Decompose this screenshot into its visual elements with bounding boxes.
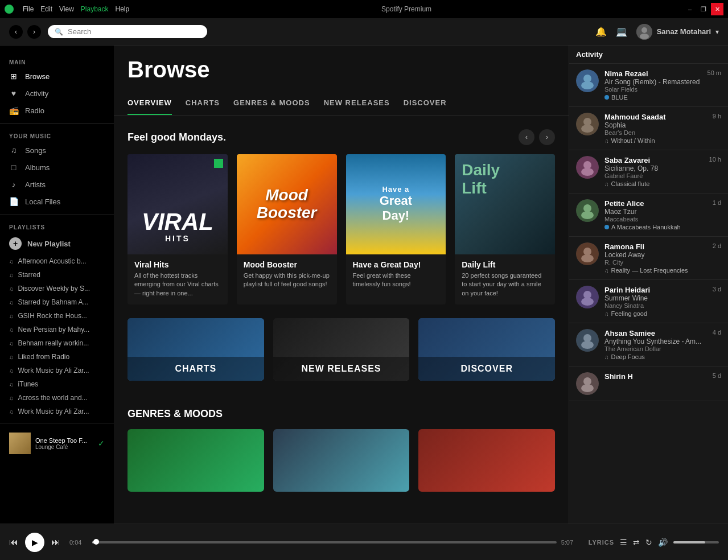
- play-button[interactable]: ▶: [25, 533, 44, 552]
- sidebar-item-songs[interactable]: ♫ Songs: [0, 142, 114, 159]
- activity-item-nima: Nima Rezaei 50 m Air Song (Remix) - Rema…: [569, 64, 728, 107]
- playlist-item-7[interactable]: ♫ Liked from Radio: [0, 350, 114, 364]
- sidebar-item-albums[interactable]: □ Albums: [0, 159, 114, 176]
- sidebar-item-local-files[interactable]: 📄 Local Files: [0, 193, 114, 210]
- back-button[interactable]: ‹: [9, 25, 23, 39]
- artists-icon: ♪: [9, 180, 18, 189]
- svg-point-25: [583, 377, 591, 385]
- notifications-bell[interactable]: 🔔: [595, 26, 607, 37]
- cat-discover[interactable]: DISCOVER: [418, 318, 555, 381]
- label-mahmoud: Without / Within: [611, 137, 655, 144]
- time-ramona: 2 d: [713, 242, 721, 251]
- search-input[interactable]: [68, 27, 200, 36]
- detail-parin: ♫ Feeling good: [604, 310, 721, 317]
- detail-mahmoud: ♫ Without / Within: [604, 137, 721, 144]
- activity-icon: ♥: [9, 89, 18, 98]
- playlist-label-11: Work Music by Ali Zar...: [18, 407, 89, 415]
- volume-fill: [673, 541, 705, 543]
- forward-button[interactable]: ›: [27, 25, 41, 39]
- sidebar-divider-1: [0, 123, 114, 124]
- section-prev-button[interactable]: ‹: [519, 129, 534, 145]
- card-mood-booster[interactable]: MoodBooster Mood Booster Get happy with …: [237, 154, 337, 304]
- volume-icon[interactable]: 🔊: [658, 538, 668, 547]
- shuffle-button[interactable]: ⇄: [633, 538, 640, 547]
- svg-point-17: [581, 254, 594, 262]
- tab-new-releases[interactable]: NEW RELEASES: [324, 92, 390, 115]
- playlist-item-11[interactable]: ♫ Work Music by Ali Zar...: [0, 405, 114, 418]
- playlist-item-4[interactable]: ♫ GSIH Rock the Hous...: [0, 309, 114, 323]
- label-ramona: Reality — Lost Frequencies: [611, 267, 688, 274]
- playlist-icon-11: ♫: [9, 409, 14, 415]
- close-button[interactable]: ✕: [711, 3, 723, 15]
- detail-nima: BLUE: [604, 94, 721, 101]
- minimize-button[interactable]: –: [684, 3, 696, 15]
- playlist-label-2: Discover Weekly by S...: [18, 285, 90, 293]
- tab-overview[interactable]: OVERVIEW: [127, 92, 172, 115]
- prev-button[interactable]: ⏮: [9, 537, 18, 547]
- sidebar-item-radio[interactable]: 📻 Radio: [0, 102, 114, 119]
- cat-charts[interactable]: CHARTS: [127, 318, 264, 381]
- devices-icon[interactable]: 💻: [616, 26, 627, 37]
- section-next-button[interactable]: ›: [539, 129, 555, 145]
- progress-bar[interactable]: [92, 541, 557, 543]
- playlist-item-2[interactable]: ♫ Discover Weekly by S...: [0, 282, 114, 295]
- playlist-item-10[interactable]: ♫ Across the world and...: [0, 391, 114, 405]
- activity-item-mahmoud: Mahmoud Saadat 9 h Sophia Bear's Den ♫ W…: [569, 107, 728, 150]
- album-saba: Gabriel Fauré: [604, 172, 721, 179]
- playlist-item-1[interactable]: ♫ Starred: [0, 268, 114, 282]
- tab-genres-moods[interactable]: GENRES & MOODS: [233, 92, 310, 115]
- card-daily-lift[interactable]: Daily Lift Daily Lift 20 perfect songs g…: [455, 154, 555, 304]
- user-petite: Petite Alice: [604, 199, 644, 208]
- playlist-item-6[interactable]: ♫ Behnam really workin...: [0, 336, 114, 350]
- tab-charts[interactable]: CHARTS: [186, 92, 220, 115]
- time-current: 0:04: [69, 539, 88, 546]
- new-playlist-button[interactable]: + New Playlist: [0, 233, 114, 254]
- playlist-item-3[interactable]: ♫ Starred by Bahnam A...: [0, 295, 114, 309]
- search-box[interactable]: 🔍: [48, 25, 207, 38]
- feel-good-title: Feel good Mondays.: [127, 131, 226, 143]
- albums-icon: □: [9, 163, 18, 172]
- mood-booster-cover: MoodBooster: [237, 154, 337, 254]
- playlist-icon-8: ♫: [9, 368, 14, 374]
- next-button[interactable]: ⏭: [51, 537, 60, 547]
- categories-section: CHARTS NEW RELEASES DISCOVER: [114, 318, 569, 408]
- activity-info-petite: Petite Alice 1 d Maoz Tzur Maccabeats A …: [604, 199, 721, 230]
- genres-moods-title: GENRES & MOODS: [127, 408, 555, 420]
- card-great-day[interactable]: Have a Great Day! Have a Great Day! Feel…: [346, 154, 446, 304]
- menu-help[interactable]: Help: [116, 5, 130, 13]
- playlist-item-8[interactable]: ♫ Work Music by Ali Zar...: [0, 364, 114, 377]
- album-ahsan: The American Dollar: [604, 345, 721, 352]
- playlist-icon-3: ♫: [9, 299, 14, 306]
- lyrics-button[interactable]: LYRICS: [589, 539, 614, 546]
- playlist-item-9[interactable]: ♫ iTunes: [0, 377, 114, 391]
- blue-dot-nima: [604, 95, 609, 100]
- local-files-icon: 📄: [9, 197, 18, 206]
- sidebar-artists-label: Artists: [25, 180, 46, 189]
- genre-card-2[interactable]: [273, 429, 410, 492]
- card-viral-hits[interactable]: VIRAL HITS Viral Hits All of the hottest…: [127, 154, 228, 304]
- queue-button[interactable]: ☰: [620, 538, 627, 547]
- great-day-title: Have a Great Day!: [346, 254, 446, 271]
- maximize-button[interactable]: ❐: [697, 3, 710, 15]
- repeat-button[interactable]: ↻: [645, 538, 652, 547]
- playlist-label-10: Across the world and...: [18, 394, 88, 402]
- playlist-label-9: iTunes: [18, 380, 39, 388]
- menu-playback[interactable]: Playback: [81, 5, 109, 13]
- playlist-item-5[interactable]: ♫ New Persian by Mahy...: [0, 323, 114, 336]
- playlist-item-0[interactable]: ♫ Afternoon Acoustic b...: [0, 254, 114, 268]
- sidebar-item-artists[interactable]: ♪ Artists: [0, 176, 114, 193]
- volume-bar[interactable]: [673, 541, 719, 543]
- viral-hits-desc: All of the hottest tracks emerging from …: [127, 271, 228, 298]
- sidebar-item-browse[interactable]: ⊞ Browse: [0, 68, 114, 85]
- cat-new-releases[interactable]: NEW RELEASES: [273, 318, 410, 381]
- menu-view[interactable]: View: [59, 5, 74, 13]
- viral-hits-cover: VIRAL HITS: [127, 154, 228, 254]
- genre-card-3[interactable]: [418, 429, 555, 492]
- menu-edit[interactable]: Edit: [40, 5, 52, 13]
- sidebar-item-activity[interactable]: ♥ Activity: [0, 85, 114, 102]
- menu-file[interactable]: File: [23, 5, 34, 13]
- section-nav: ‹ ›: [519, 129, 555, 145]
- user-menu[interactable]: Sanaz Motahari ▾: [636, 24, 719, 40]
- genre-card-1[interactable]: [127, 429, 264, 492]
- tab-discover[interactable]: DISCOVER: [404, 92, 447, 115]
